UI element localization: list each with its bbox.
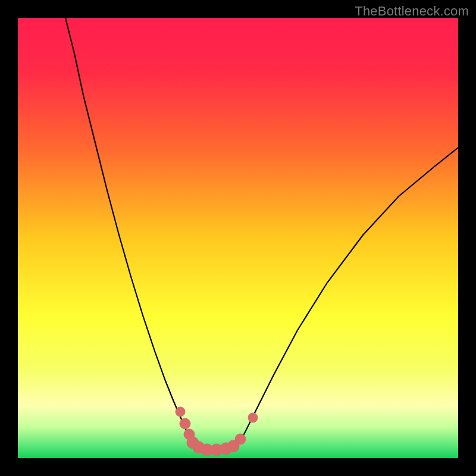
marker-point bbox=[180, 418, 190, 429]
plot-area bbox=[18, 18, 458, 458]
bottleneck-chart bbox=[18, 18, 458, 458]
watermark-text: TheBottleneck.com bbox=[355, 4, 469, 19]
marker-point bbox=[235, 434, 246, 444]
gradient-background bbox=[18, 18, 458, 458]
marker-point bbox=[176, 407, 185, 416]
chart-frame: TheBottleneck.com bbox=[0, 0, 476, 476]
marker-point bbox=[248, 413, 258, 422]
